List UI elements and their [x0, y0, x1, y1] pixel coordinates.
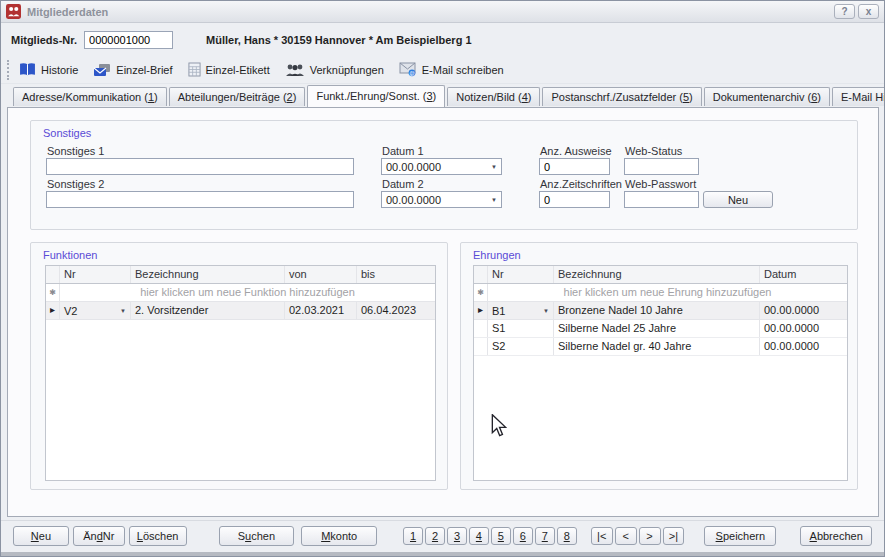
tab-dokumentenarchiv[interactable]: Dokumentenarchiv (6)	[704, 87, 830, 106]
previous-record-button[interactable]: <	[615, 527, 637, 545]
sonstiges-group-title: Sonstiges	[43, 127, 91, 139]
page-button-3[interactable]: 3	[447, 527, 467, 545]
ehrungen-datum-cell[interactable]: 00.00.0000	[760, 320, 847, 337]
current-row-marker-icon: ▸	[474, 302, 488, 319]
page-button-5[interactable]: 5	[491, 527, 511, 545]
ehrungen-nr-cell[interactable]: S1	[488, 320, 554, 337]
ehrungen-header-row: Nr Bezeichnung Datum	[474, 266, 847, 284]
ehrungen-bezeichnung-cell[interactable]: Silberne Nadel 25 Jahre	[554, 320, 760, 337]
mkonto-button[interactable]: Mkonto	[301, 526, 377, 546]
member-summary: Müller, Hans * 30159 Hannover * Am Beisp…	[206, 34, 472, 46]
neu-button[interactable]: Neu	[13, 526, 69, 546]
funktionen-von-cell[interactable]: 02.03.2021	[285, 302, 357, 319]
ehrungen-table-row[interactable]: ▸ B1▼ Bronzene Nadel 10 Jahre 00.00.0000	[474, 302, 847, 320]
historie-book-icon	[19, 62, 36, 77]
page-button-1[interactable]: 1	[403, 527, 423, 545]
einzel-brief-envelope-icon	[93, 63, 111, 77]
tab-funkt-ehrung-sonst[interactable]: Funkt./Ehrung/Sonst. (3)	[307, 85, 445, 107]
sonstiges1-input[interactable]	[46, 158, 354, 175]
anz-ausweise-input[interactable]	[539, 158, 610, 175]
einzel-etikett-button[interactable]: Einzel-Etikett	[188, 62, 270, 77]
ehrungen-datum-cell[interactable]: 00.00.0000	[760, 302, 847, 319]
member-number-input[interactable]	[84, 31, 173, 49]
toolbar-grip[interactable]	[7, 60, 11, 80]
ehrungen-add-row-hint: hier klicken um neue Ehrung hinzuzufügen	[488, 284, 847, 301]
aendnr-button[interactable]: ÄndNr	[73, 526, 125, 546]
column-header-datum: Datum	[760, 266, 847, 283]
funktionen-grid: Nr Bezeichnung von bis ✱ hier klicken um…	[45, 265, 436, 481]
datum1-label: Datum 1	[382, 145, 424, 157]
row-selector-header	[474, 266, 488, 283]
funktionen-bis-cell[interactable]: 06.04.2023	[357, 302, 435, 319]
column-header-bezeichnung: Bezeichnung	[554, 266, 760, 283]
dropdown-arrow-icon[interactable]: ▼	[120, 308, 126, 314]
dropdown-arrow-icon[interactable]: ▼	[491, 164, 497, 170]
funktionen-bezeichnung-cell[interactable]: 2. Vorsitzender	[131, 302, 285, 319]
email-schreiben-button[interactable]: @ E-Mail schreiben	[399, 62, 504, 77]
web-status-label: Web-Status	[625, 145, 682, 157]
current-row-marker-icon: ▸	[46, 302, 60, 319]
tab-adresse-kommunikation[interactable]: Adresse/Kommunikation (1)	[13, 87, 167, 106]
column-header-nr: Nr	[488, 266, 554, 283]
ehrungen-nr-cell[interactable]: S2	[488, 338, 554, 355]
einzel-brief-label: Einzel-Brief	[116, 64, 172, 76]
einzel-etikett-label-icon	[188, 62, 201, 77]
add-row-marker-icon: ✱	[474, 284, 488, 301]
loeschen-button[interactable]: Löschen	[129, 526, 187, 546]
column-header-bezeichnung: Bezeichnung	[131, 266, 285, 283]
ehrungen-add-row[interactable]: ✱ hier klicken um neue Ehrung hinzuzufüg…	[474, 284, 847, 302]
next-record-button[interactable]: >	[639, 527, 661, 545]
ehrungen-nr-cell[interactable]: B1▼	[488, 302, 554, 319]
first-record-button[interactable]: |<	[591, 527, 613, 545]
sonstiges1-label: Sonstiges 1	[47, 145, 104, 157]
ehrungen-datum-cell[interactable]: 00.00.0000	[760, 338, 847, 355]
last-record-button[interactable]: >|	[663, 527, 685, 545]
speichern-button[interactable]: Speichern	[704, 526, 776, 546]
ehrungen-bezeichnung-cell[interactable]: Bronzene Nadel 10 Jahre	[554, 302, 760, 319]
tab-notizen-bild[interactable]: Notizen/Bild (4)	[447, 87, 540, 106]
anz-zeitschriften-input[interactable]	[539, 191, 610, 208]
page-button-7[interactable]: 7	[535, 527, 555, 545]
email-schreiben-label: E-Mail schreiben	[422, 64, 504, 76]
suchen-button[interactable]: Suchen	[219, 526, 295, 546]
web-passwort-neu-button[interactable]: Neu	[703, 191, 773, 208]
help-button[interactable]: ?	[834, 4, 855, 19]
datum1-combo[interactable]: 00.00.0000▼	[381, 158, 502, 175]
ehrungen-table-row[interactable]: S1 Silberne Nadel 25 Jahre 00.00.0000	[474, 320, 847, 338]
sonstiges2-label: Sonstiges 2	[47, 178, 104, 190]
funktionen-group-title: Funktionen	[43, 249, 97, 261]
funktionen-nr-cell[interactable]: V2▼	[60, 302, 131, 319]
close-button[interactable]: x	[858, 4, 879, 19]
page-button-2[interactable]: 2	[425, 527, 445, 545]
verknuepfungen-label: Verknüpfungen	[310, 64, 384, 76]
page-button-4[interactable]: 4	[469, 527, 489, 545]
abbrechen-button[interactable]: Abbrechen	[800, 526, 872, 546]
ehrungen-table-row[interactable]: S2 Silberne Nadel gr. 40 Jahre 00.00.000…	[474, 338, 847, 356]
einzel-brief-button[interactable]: Einzel-Brief	[93, 63, 172, 77]
member-row: Mitglieds-Nr. Müller, Hans * 30159 Hanno…	[1, 23, 884, 56]
tab-postanschrift-zusatzfelder[interactable]: Postanschrf./Zusatzfelder (5)	[542, 87, 701, 106]
datum2-combo[interactable]: 00.00.0000▼	[381, 191, 502, 208]
funktionen-table-row[interactable]: ▸ V2▼ 2. Vorsitzender 02.03.2021 06.04.2…	[46, 302, 435, 320]
web-status-input[interactable]	[624, 158, 699, 175]
ehrungen-group-title: Ehrungen	[473, 249, 521, 261]
page-button-6[interactable]: 6	[513, 527, 533, 545]
ehrungen-bezeichnung-cell[interactable]: Silberne Nadel gr. 40 Jahre	[554, 338, 760, 355]
web-passwort-input[interactable]	[624, 191, 699, 208]
funktionen-add-row[interactable]: ✱ hier klicken um neue Funktion hinzuzuf…	[46, 284, 435, 302]
footer-button-bar: Neu ÄndNr Löschen Suchen Mkonto 1 2 3 4 …	[1, 520, 884, 550]
tab-abteilungen-beitraege[interactable]: Abteilungen/Beiträge (2)	[169, 87, 306, 106]
datum2-label: Datum 2	[382, 178, 424, 190]
page-button-8[interactable]: 8	[557, 527, 577, 545]
anz-zeitschriften-label: Anz.Zeitschriften	[540, 178, 622, 190]
sonstiges2-input[interactable]	[46, 191, 354, 208]
dropdown-arrow-icon[interactable]: ▼	[491, 197, 497, 203]
historie-label: Historie	[41, 64, 78, 76]
funktionen-header-row: Nr Bezeichnung von bis	[46, 266, 435, 284]
dropdown-arrow-icon[interactable]: ▼	[543, 308, 549, 314]
tab-email-historie[interactable]: E-Mail Historie (7)	[832, 87, 885, 106]
verknuepfungen-button[interactable]: Verknüpfungen	[285, 63, 384, 77]
verknuepfungen-people-icon	[285, 63, 305, 77]
column-header-bis: bis	[357, 266, 435, 283]
historie-button[interactable]: Historie	[19, 62, 78, 77]
